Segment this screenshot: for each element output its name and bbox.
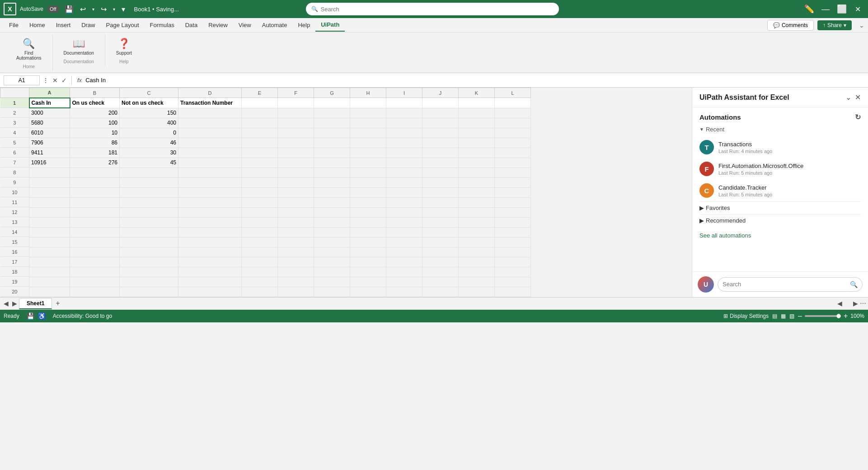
title-search-bar[interactable]: 🔍 <box>306 3 559 15</box>
cell-L1[interactable] <box>495 98 531 108</box>
cell-G20[interactable] <box>314 287 350 297</box>
cell-D19[interactable] <box>178 277 242 287</box>
cell-H6[interactable] <box>350 148 386 158</box>
cell-A7[interactable]: 10916 <box>29 158 70 168</box>
cell-D2[interactable] <box>178 108 242 118</box>
refresh-icon[interactable]: ↻ <box>855 113 861 121</box>
cell-C9[interactable] <box>120 177 178 187</box>
cell-B18[interactable] <box>70 267 120 277</box>
cell-A5[interactable]: 7906 <box>29 138 70 148</box>
cell-A2[interactable]: 3000 <box>29 108 70 118</box>
cell-I7[interactable] <box>386 158 422 168</box>
cell-H15[interactable] <box>350 237 386 247</box>
cell-C3[interactable]: 400 <box>120 118 178 128</box>
cell-J11[interactable] <box>422 197 459 207</box>
cell-G10[interactable] <box>314 187 350 197</box>
tab-draw[interactable]: Draw <box>76 19 100 31</box>
formula-input[interactable] <box>85 77 864 84</box>
col-header-b[interactable]: B <box>70 88 120 98</box>
cell-J2[interactable] <box>422 108 459 118</box>
cell-C19[interactable] <box>120 277 178 287</box>
cell-E11[interactable] <box>242 197 278 207</box>
cell-F11[interactable] <box>278 197 314 207</box>
cell-K17[interactable] <box>459 257 495 267</box>
cell-D14[interactable] <box>178 227 242 237</box>
autosave-toggle[interactable]: Off <box>47 5 59 13</box>
cell-B11[interactable] <box>70 197 120 207</box>
cell-J18[interactable] <box>422 267 459 277</box>
cell-E7[interactable] <box>242 158 278 168</box>
cell-H20[interactable] <box>350 287 386 297</box>
ribbon-expand-icon[interactable]: ⌄ <box>859 22 864 29</box>
cell-J19[interactable] <box>422 277 459 287</box>
cell-J9[interactable] <box>422 177 459 187</box>
cell-K5[interactable] <box>459 138 495 148</box>
cell-J5[interactable] <box>422 138 459 148</box>
sheet-nav-left-btn[interactable]: ◀ <box>2 299 10 308</box>
cell-G19[interactable] <box>314 277 350 287</box>
cell-B15[interactable] <box>70 237 120 247</box>
cell-D20[interactable] <box>178 287 242 297</box>
cell-K14[interactable] <box>459 227 495 237</box>
cell-I11[interactable] <box>386 197 422 207</box>
cell-K7[interactable] <box>459 158 495 168</box>
cell-C1[interactable]: Not on us check <box>120 98 178 108</box>
footer-search-icon[interactable]: 🔍 <box>850 281 858 288</box>
cell-E19[interactable] <box>242 277 278 287</box>
cell-K2[interactable] <box>459 108 495 118</box>
cell-C2[interactable]: 150 <box>120 108 178 118</box>
cell-C17[interactable] <box>120 257 178 267</box>
display-settings-button[interactable]: ⊞ Display Settings <box>723 313 769 319</box>
cell-E3[interactable] <box>242 118 278 128</box>
cell-B10[interactable] <box>70 187 120 197</box>
cell-E13[interactable] <box>242 217 278 227</box>
cell-A16[interactable] <box>29 247 70 257</box>
comments-button[interactable]: 💬 Comments <box>767 20 814 31</box>
cell-D18[interactable] <box>178 267 242 277</box>
save-icon[interactable]: 💾 <box>63 4 75 14</box>
cell-E20[interactable] <box>242 287 278 297</box>
row-number-13[interactable]: 13 <box>0 217 29 227</box>
cell-J14[interactable] <box>422 227 459 237</box>
automation-item-candidate[interactable]: C Candidate.Tracker Last Run: 5 minutes … <box>699 180 861 201</box>
col-header-j[interactable]: J <box>422 88 459 98</box>
tab-view[interactable]: View <box>233 19 257 31</box>
panel-collapse-icon[interactable]: ⌄ <box>845 93 851 102</box>
cell-J8[interactable] <box>422 168 459 177</box>
cell-C10[interactable] <box>120 187 178 197</box>
cell-C8[interactable] <box>120 168 178 177</box>
row-number-3[interactable]: 3 <box>0 118 29 128</box>
zoom-in-button[interactable]: + <box>844 312 848 320</box>
scroll-left-icon[interactable]: ◀ <box>837 300 842 307</box>
minimize-button[interactable]: — <box>819 4 832 15</box>
cell-G2[interactable] <box>314 108 350 118</box>
row-number-6[interactable]: 6 <box>0 148 29 158</box>
cell-G14[interactable] <box>314 227 350 237</box>
cell-H10[interactable] <box>350 187 386 197</box>
pen-icon[interactable]: ✏️ <box>802 3 817 15</box>
cell-H7[interactable] <box>350 158 386 168</box>
cell-J4[interactable] <box>422 128 459 138</box>
cell-J15[interactable] <box>422 237 459 247</box>
cell-I18[interactable] <box>386 267 422 277</box>
cell-D7[interactable] <box>178 158 242 168</box>
cell-B5[interactable]: 86 <box>70 138 120 148</box>
cell-E2[interactable] <box>242 108 278 118</box>
cell-D11[interactable] <box>178 197 242 207</box>
grid-scroll[interactable]: A B C D E F G H I J K L 1Cash I <box>0 88 692 297</box>
cell-F1[interactable] <box>278 98 314 108</box>
cell-I1[interactable] <box>386 98 422 108</box>
cell-I5[interactable] <box>386 138 422 148</box>
cell-D16[interactable] <box>178 247 242 257</box>
cell-K15[interactable] <box>459 237 495 247</box>
page-layout-view-button[interactable]: ▦ <box>781 313 786 319</box>
cell-C11[interactable] <box>120 197 178 207</box>
cell-D5[interactable] <box>178 138 242 148</box>
cell-H12[interactable] <box>350 207 386 217</box>
cell-F6[interactable] <box>278 148 314 158</box>
row-number-8[interactable]: 8 <box>0 168 29 177</box>
cell-L3[interactable] <box>495 118 531 128</box>
cell-L17[interactable] <box>495 257 531 267</box>
cell-D13[interactable] <box>178 217 242 227</box>
cell-E12[interactable] <box>242 207 278 217</box>
